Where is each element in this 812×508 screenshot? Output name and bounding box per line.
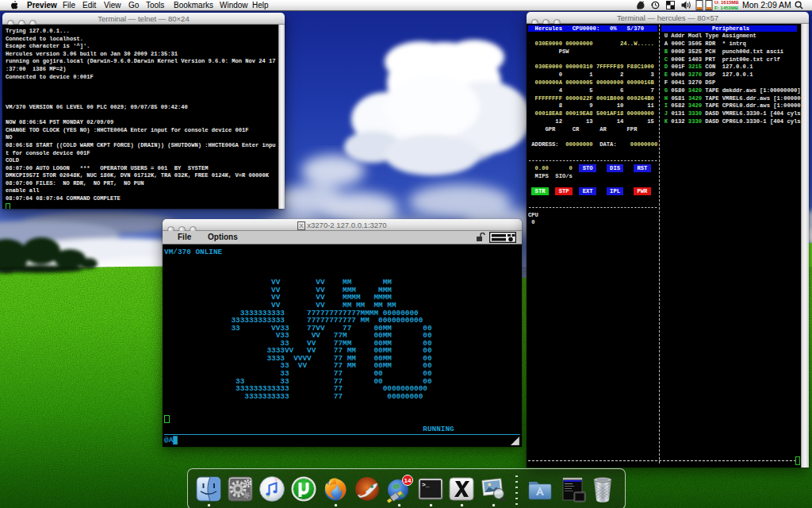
svg-text:>_: >_ <box>422 481 430 488</box>
svg-text:14: 14 <box>404 477 412 484</box>
